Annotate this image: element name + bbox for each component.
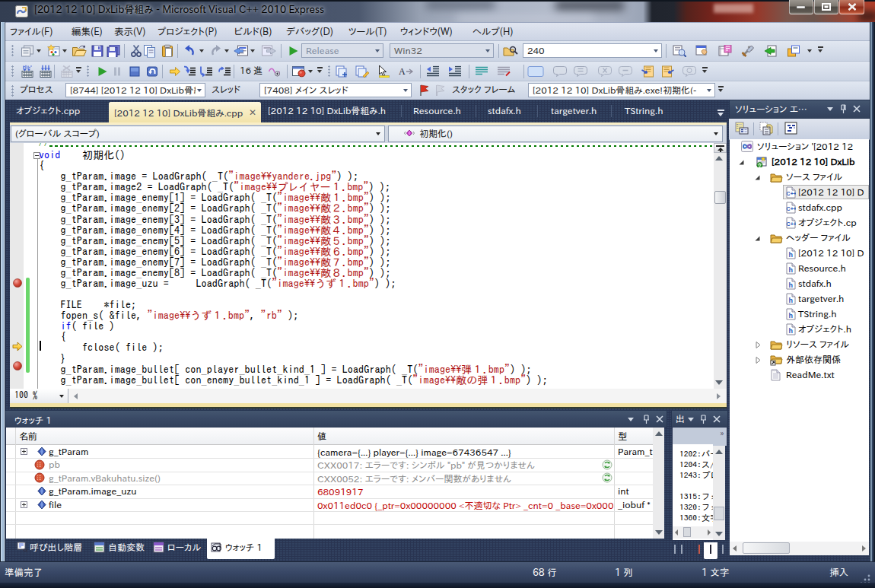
svg-text:C++: C++ xyxy=(787,221,796,227)
svg-text:h: h xyxy=(789,327,794,335)
svg-text:A: A xyxy=(399,66,406,77)
svg-text:C++: C++ xyxy=(787,206,796,211)
svg-text:h: h xyxy=(789,251,794,259)
svg-text:h: h xyxy=(789,312,794,319)
svg-text:C++: C++ xyxy=(787,191,796,196)
svg-text:h: h xyxy=(789,281,794,289)
svg-text:h: h xyxy=(789,297,794,304)
svg-text:h: h xyxy=(789,266,794,274)
